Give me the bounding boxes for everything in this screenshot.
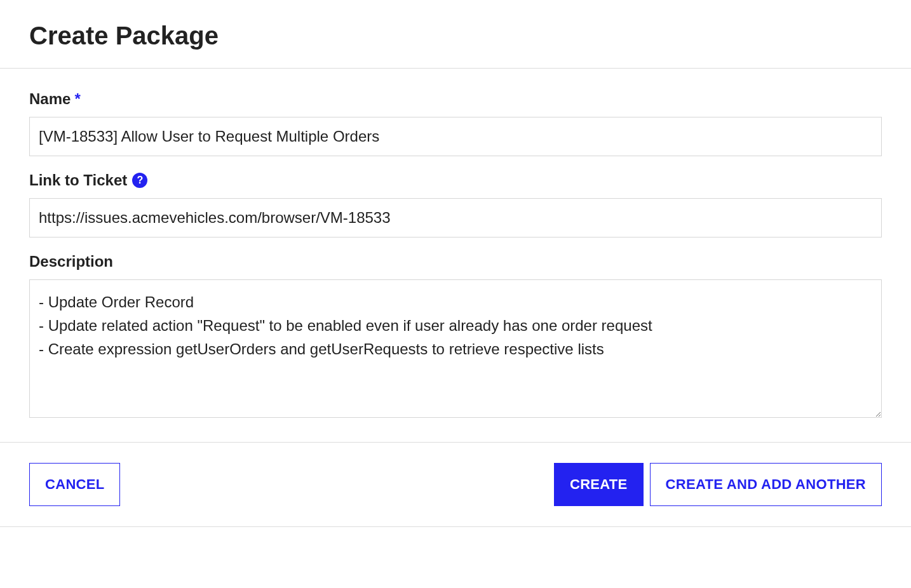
ticket-link-label: Link to Ticket ? [29, 171, 882, 189]
footer-right: CREATE CREATE AND ADD ANOTHER [554, 463, 882, 506]
description-textarea[interactable] [29, 279, 882, 418]
create-button[interactable]: CREATE [554, 463, 644, 506]
required-asterisk-icon: * [74, 90, 80, 108]
form-body: Name * Link to Ticket ? Description [0, 69, 911, 442]
name-field: Name * [29, 90, 882, 156]
cancel-button[interactable]: CANCEL [29, 463, 120, 506]
bottom-divider [0, 526, 911, 527]
name-input[interactable] [29, 117, 882, 156]
name-label-text: Name [29, 90, 71, 108]
create-add-another-button[interactable]: CREATE AND ADD ANOTHER [650, 463, 882, 506]
page-title: Create Package [0, 0, 911, 68]
description-label-text: Description [29, 253, 113, 271]
ticket-link-field: Link to Ticket ? [29, 171, 882, 237]
help-icon[interactable]: ? [132, 173, 147, 188]
ticket-link-input[interactable] [29, 198, 882, 237]
description-field: Description [29, 253, 882, 420]
footer: CANCEL CREATE CREATE AND ADD ANOTHER [0, 443, 911, 526]
name-label: Name * [29, 90, 882, 108]
ticket-link-label-text: Link to Ticket [29, 171, 127, 189]
description-label: Description [29, 253, 882, 271]
